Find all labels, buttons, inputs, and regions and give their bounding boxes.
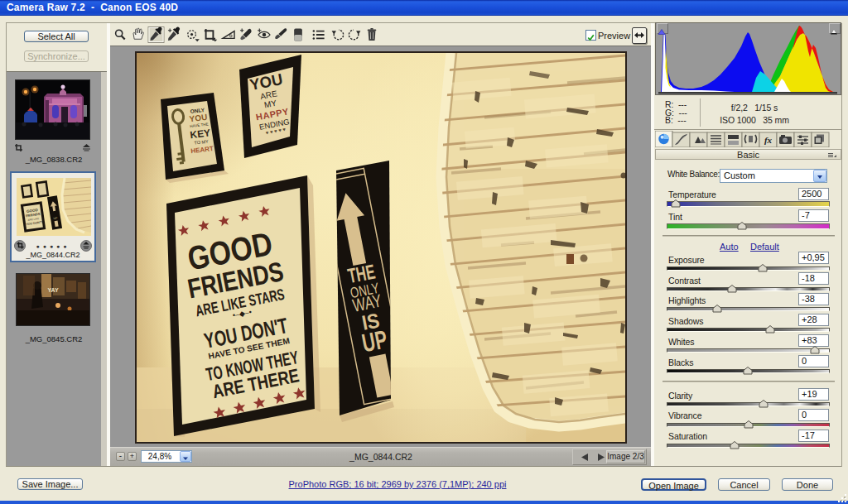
svg-text:YAY: YAY: [47, 287, 58, 293]
svg-text:fx: fx: [764, 135, 773, 145]
